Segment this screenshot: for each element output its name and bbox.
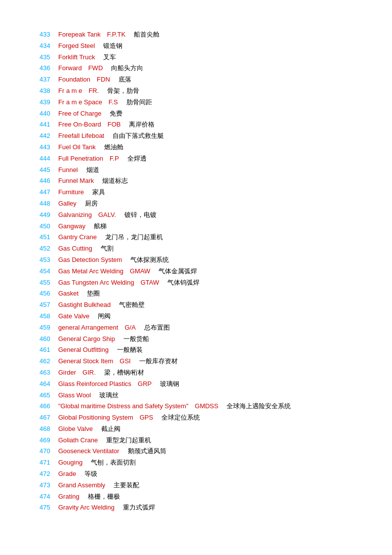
entry-chinese: 底落 [112,76,131,83]
list-item: 464Glass Reinforced Plastics GRP 玻璃钢 [39,379,353,389]
list-item: 472Grade 等级 [39,469,353,479]
entry-number: 458 [39,311,58,322]
entry-number: 467 [39,413,58,423]
list-item: 440Free of Charge 免费 [39,109,353,119]
list-item: 454Gas Metal Arc Welding GMAW 气体金属弧焊 [39,266,353,277]
list-item: 446Funnel Mark 烟道标志 [39,176,353,186]
entry-number: 471 [39,458,58,468]
entry-number: 436 [39,63,58,74]
entry-term: Galley 厨房 [58,199,353,209]
entry-term: General Outfitting 一般舾装 [58,345,353,355]
entry-chinese: 一般货船 [117,335,149,342]
entry-term: Funnel Mark 烟道标志 [58,176,353,186]
list-item: 470Gooseneck Ventilator 鹅颈式通风筒 [39,446,353,457]
entry-chinese: 垫圈 [80,290,100,297]
entry-number: 441 [39,120,58,130]
entry-chinese: 玻璃丝 [93,391,118,399]
entry-term: Fuel Oil Tank 燃油舱 [58,142,353,153]
entry-chinese: 格栅，栅极 [81,493,120,500]
entry-chinese: 气密舱壁 [113,301,145,308]
entry-chinese: 气体探测系统 [124,256,169,263]
list-item: 471Gouging 气刨，表面切割 [39,458,353,468]
entry-chinese: 自由下落式救生艇 [106,132,164,139]
entry-term: Free of Charge 免费 [58,109,353,119]
entry-term: "Global maritime Distress and Safety Sys… [58,401,353,412]
entry-chinese: 主要装配 [107,481,139,489]
list-item: 433Forepeak Tank F.P.TK 船首尖舱 [39,30,353,40]
entry-term: Free On-Board FOB 离岸价格 [58,120,353,130]
list-item: 458Gate Valve 闸阀 [39,311,353,322]
entry-number: 475 [39,503,58,513]
entry-chinese: 重力式弧焊 [117,504,155,511]
entry-term: Global Positioning System GPS 全球定位系统 [58,413,353,423]
entry-number: 463 [39,368,58,378]
entry-number: 449 [39,210,58,220]
entry-number: 460 [39,334,58,344]
list-item: 452Gas Cutting 气割 [39,244,353,254]
list-item: 439Fr a m e Space F.S 肋骨间距 [39,97,353,108]
entry-term: Gouging 气刨，表面切割 [58,458,353,468]
entry-chinese: 气体钨弧焊 [161,279,199,286]
entry-term: General Cargo Ship 一般货船 [58,334,353,344]
list-item: 465Glass Wool 玻璃丝 [39,390,353,401]
entry-term: Grating 格栅，栅极 [58,492,353,502]
list-item: 455Gas Tungsten Arc Welding GTAW 气体钨弧焊 [39,278,353,288]
entry-term: Glass Wool 玻璃丝 [58,390,353,401]
entry-chinese: 船首尖舱 [127,31,159,38]
entry-chinese: 肋骨间距 [120,98,152,106]
entry-term: General Stock Item GSI 一般库存资材 [58,356,353,367]
list-item: 438Fr a m e FR. 骨架，肋骨 [39,86,353,96]
entry-number: 453 [39,255,58,265]
list-item: 466"Global maritime Distress and Safety … [39,401,353,412]
entry-number: 433 [39,30,58,40]
entry-chinese: 骨架，肋骨 [101,87,139,94]
entry-term: Galvanizing GALV. 镀锌，电镀 [58,210,353,220]
entry-chinese: 气割 [94,245,114,252]
list-item: 441Free On-Board FOB 离岸价格 [39,120,353,130]
entry-number: 466 [39,401,58,412]
list-item: 462General Stock Item GSI 一般库存资材 [39,356,353,367]
entry-number: 465 [39,390,58,401]
entry-chinese: 镀锌，电镀 [118,211,157,218]
entry-term: Furniture 家具 [58,187,353,198]
entry-number: 469 [39,435,58,446]
entry-term: Gas Cutting 气割 [58,244,353,254]
entry-term: Fr a m e FR. 骨架，肋骨 [58,86,353,96]
entry-number: 470 [39,446,58,457]
list-item: 468Globe Valve 截止阀 [39,424,353,434]
entry-number: 439 [39,97,58,108]
entry-chinese: 等级 [78,470,97,477]
entry-number: 445 [39,165,58,175]
list-item: 437Foundation FDN 底落 [39,75,353,85]
entry-term: Full Penetration F.P 全焊透 [58,154,353,164]
list-item: 463Girder GIR. 梁，槽钢/桁材 [39,368,353,378]
entry-number: 456 [39,289,58,299]
list-item: 467Global Positioning System GPS 全球定位系统 [39,413,353,423]
entry-chinese: 闸阀 [91,312,111,320]
entry-number: 435 [39,52,58,63]
entry-chinese: 全球定位系统 [155,414,200,421]
entry-number: 442 [39,131,58,141]
entry-number: 474 [39,492,58,502]
list-item: 451Gantry Crane 龙门吊，龙门起重机 [39,232,353,243]
entry-number: 455 [39,278,58,288]
entry-chinese: 气体金属弧焊 [152,267,197,275]
entry-number: 447 [39,187,58,198]
entry-term: Gas Detection System 气体探测系统 [58,255,353,265]
entry-term: Glass Reinforced Plastics GRP 玻璃钢 [58,379,353,389]
entry-chinese: 向船头方向 [105,64,143,72]
entry-chinese: 一般库存资材 [133,357,178,365]
list-item: 473Grand Assembly 主要装配 [39,480,353,491]
entry-term: general Arrangement G/A 总布置图 [58,323,353,333]
list-item: 449Galvanizing GALV. 镀锌，电镀 [39,210,353,220]
entry-term: Gravity Arc Welding 重力式弧焊 [58,503,353,513]
list-item: 444Full Penetration F.P 全焊透 [39,154,353,164]
entry-number: 438 [39,86,58,96]
entry-chinese: 梁，槽钢/桁材 [98,369,145,376]
entry-term: Girder GIR. 梁，槽钢/桁材 [58,368,353,378]
list-item: 453Gas Detection System 气体探测系统 [39,255,353,265]
list-item: 457Gastight Bulkhead 气密舱壁 [39,300,353,310]
entry-chinese: 全球海上遇险安全系统 [220,402,291,410]
entry-chinese: 烟道标志 [96,177,128,184]
entry-number: 464 [39,379,58,389]
